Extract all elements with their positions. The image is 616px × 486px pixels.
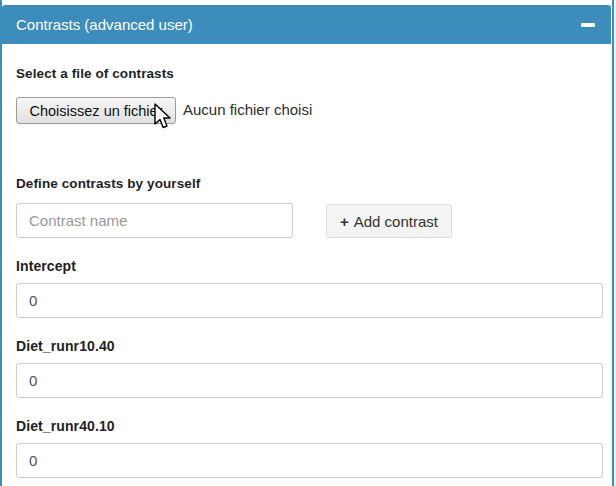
panel-body: Select a file of contrasts Choisissez un… bbox=[2, 44, 611, 486]
coefficient-label-intercept: Intercept bbox=[16, 258, 76, 274]
panel-header: Contrasts (advanced user) bbox=[2, 5, 611, 44]
add-contrast-button[interactable]: + Add contrast bbox=[326, 204, 452, 238]
contrast-name-input[interactable] bbox=[16, 203, 293, 238]
add-contrast-label: Add contrast bbox=[354, 213, 438, 230]
minus-icon bbox=[581, 23, 595, 27]
collapse-button[interactable] bbox=[579, 16, 597, 34]
coefficient-label-diet-runr40-10: Diet_runr40.10 bbox=[16, 418, 115, 434]
file-status-text: Aucun fichier choisi bbox=[183, 101, 312, 118]
file-browse-button[interactable]: Choisissez un fichier bbox=[16, 97, 176, 124]
contrasts-panel-page: { "panel": { "title": "Contrasts (advanc… bbox=[0, 0, 616, 486]
coefficient-label-diet-runr10-40: Diet_runr10.40 bbox=[16, 338, 115, 354]
coefficient-input-intercept[interactable] bbox=[16, 283, 603, 318]
define-section-label: Define contrasts by yourself bbox=[16, 176, 200, 191]
plus-icon: + bbox=[340, 214, 349, 229]
coefficient-input-diet-runr10-40[interactable] bbox=[16, 363, 603, 398]
file-section-label: Select a file of contrasts bbox=[16, 66, 174, 81]
panel-title: Contrasts (advanced user) bbox=[16, 16, 193, 33]
coefficient-input-diet-runr40-10[interactable] bbox=[16, 443, 603, 478]
